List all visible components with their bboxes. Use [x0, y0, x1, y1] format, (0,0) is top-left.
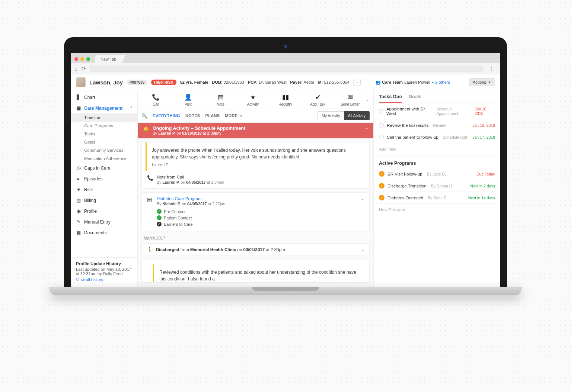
pcp: PCP: Dr. Sarah West: [248, 80, 287, 84]
ongoing-activity-alert[interactable]: 🔔 Ongoing Activity – Schedule Appointmen…: [138, 123, 373, 138]
task-row[interactable]: Review the lab results Review Jan 10, 20…: [374, 119, 500, 131]
sidebar-subitem-community-services[interactable]: Community Services: [71, 146, 137, 154]
episodes-icon: ▸: [76, 176, 81, 181]
sidebar-item-care-management[interactable]: ▣Care Management˄: [71, 103, 137, 113]
chevron-down-icon[interactable]: ⌄: [361, 196, 364, 200]
chevron-up-icon: ˄: [130, 106, 132, 110]
actions-scroll-right-icon[interactable]: ›: [367, 98, 371, 102]
call-note-entry[interactable]: 📞 Note from Call By Lauren P. on 04/05/2…: [142, 171, 369, 188]
sidebar-subitem-medication-adherence[interactable]: Medication Adherence: [71, 154, 137, 163]
address-bar[interactable]: [90, 65, 483, 72]
sidebar-item-profile[interactable]: ◉Profile: [71, 206, 137, 216]
browser-toolbar: ⌂ ⟳ ⋮: [71, 63, 500, 74]
action-call[interactable]: 📞Call: [140, 93, 172, 106]
chevron-down-icon[interactable]: ⌄: [361, 248, 364, 252]
quick-actions-row: 📞Call 👤Visit ▤Note ★Activity ▮▮Registry …: [138, 90, 373, 109]
profile-icon: ◉: [76, 208, 81, 214]
program-step: ✓Barriers to Care: [157, 221, 357, 227]
document-icon: ▤: [147, 196, 153, 202]
sidebar-item-episodes[interactable]: ▸Episodes: [71, 173, 137, 184]
right-column: Tasks Due Goals Appointment with Dr. Wes…: [374, 90, 500, 287]
filter-more[interactable]: MORE ▼: [225, 113, 243, 118]
care-team[interactable]: 👥 Care Team Lauren Powell + 2 others: [376, 80, 450, 85]
search-icon[interactable]: 🔍: [141, 113, 147, 119]
chevron-down-icon[interactable]: ⌄: [365, 126, 368, 130]
program-arrow-icon: ›: [379, 183, 385, 189]
patient-avatar[interactable]: [76, 77, 86, 87]
task-row[interactable]: Appointment with Dr. West Schedule Appoi…: [374, 103, 500, 119]
risk-badge: HIGH RISK: [151, 80, 176, 85]
action-visit[interactable]: 👤Visit: [172, 93, 204, 106]
patient-name: Lawson, Joy: [89, 79, 123, 86]
add-task-input[interactable]: Add Task: [374, 143, 500, 155]
sidebar-subitem-goals[interactable]: Goals: [71, 138, 137, 146]
action-registry[interactable]: ▮▮Registry: [269, 93, 301, 106]
home-icon[interactable]: ⌂: [74, 65, 78, 72]
discharge-entry[interactable]: 🚶 Discharged from Memorial Health Clinic…: [141, 243, 370, 256]
heart-icon: ♥: [76, 187, 81, 192]
toggle-all-activity[interactable]: All Activity: [344, 111, 370, 120]
window-close-icon[interactable]: [74, 57, 78, 61]
view-all-history-link[interactable]: View all history: [76, 277, 103, 282]
window-fullscreen-icon[interactable]: [86, 57, 90, 61]
caret-down-icon: ▼: [240, 115, 243, 118]
task-checkbox[interactable]: [379, 123, 384, 128]
reload-icon[interactable]: ⟳: [82, 65, 86, 72]
sidebar-subitem-tasks[interactable]: Tasks: [71, 130, 137, 138]
sidebar-item-billing[interactable]: ▤Billing: [71, 195, 137, 206]
documents-icon: ▦: [76, 230, 81, 235]
billing-icon: ▤: [76, 197, 81, 203]
task-row[interactable]: Call the patient to follow-up Schedule C…: [374, 131, 500, 143]
program-entry[interactable]: ▤ Diabetes Care Program By Nichole P. on…: [142, 193, 369, 231]
sidebar-item-manual-entry[interactable]: ✎Manual Entry: [71, 216, 137, 227]
main-column: 📞Call 👤Visit ▤Note ★Activity ▮▮Registry …: [138, 90, 374, 287]
phone-icon: 📞: [140, 93, 172, 101]
action-activity[interactable]: ★Activity: [237, 93, 269, 106]
sidebar-item-chart[interactable]: ▋Chart: [71, 92, 137, 103]
alert-byline: By Lauren P. on 01/10/2018 at 2:30pm: [153, 131, 245, 135]
program-row[interactable]: › ER Visit Follow-up By Jane D. Due Toda…: [374, 168, 500, 180]
header-expand-icon[interactable]: ⌄: [353, 79, 361, 86]
action-note[interactable]: ▤Note: [205, 93, 236, 106]
people-icon: 👥: [376, 80, 381, 85]
window-minimize-icon[interactable]: [80, 57, 84, 61]
browser-menu-icon[interactable]: ⋮: [487, 66, 497, 72]
pencil-icon: ✎: [76, 219, 81, 225]
tab-goals[interactable]: Goals: [409, 94, 422, 103]
patient-id-pill: P087636: [127, 80, 147, 85]
browser-tab-label: New Tab: [101, 57, 117, 61]
task-checkbox[interactable]: [379, 135, 384, 139]
program-row[interactable]: › Discharge Transition By Donna H. Next …: [374, 180, 500, 192]
action-send-letter[interactable]: ✉Send Letter: [334, 93, 366, 106]
phone-icon: 📞: [147, 175, 153, 181]
filter-plans[interactable]: PLANS: [205, 113, 220, 118]
walk-icon: 🚶: [147, 247, 152, 252]
new-program-input[interactable]: New Program: [374, 204, 500, 216]
sidebar-item-risk[interactable]: ♥Risk: [71, 184, 137, 195]
month-header: March 2017: [138, 231, 373, 242]
current-step-icon: ✓: [157, 222, 162, 226]
check-circle-icon: ✔: [302, 93, 334, 101]
toggle-my-activity[interactable]: My Activity: [318, 111, 344, 120]
person-icon: 👤: [172, 93, 204, 101]
sidebar-subitem-timeline[interactable]: Timeline: [71, 113, 137, 122]
action-add-task[interactable]: ✔Add Task: [302, 93, 334, 106]
tab-tasks-due[interactable]: Tasks Due: [379, 94, 402, 103]
sidebar-subitem-care-programs[interactable]: Care Programs: [71, 122, 137, 130]
patient-header: Lawson, Joy P087636 HIGH RISK 52 yrs, Fe…: [71, 74, 500, 90]
task-checkbox[interactable]: [379, 109, 383, 114]
program-row[interactable]: › Diabetes Outreach By Dane D. Next in 1…: [374, 192, 500, 204]
check-icon: ✓: [157, 215, 162, 220]
filter-notes[interactable]: NOTES: [185, 113, 200, 118]
sidebar: ▋Chart ▣Care Management˄ Timeline Care P…: [71, 90, 138, 287]
program-arrow-icon: ›: [379, 195, 385, 200]
activity-feed[interactable]: 🔔 Ongoing Activity – Schedule Appointmen…: [138, 123, 373, 287]
browser-tab[interactable]: New Tab: [95, 55, 122, 63]
actions-button[interactable]: Actions ▼: [469, 78, 495, 86]
activity-filter-row: 🔍 EVERYTHING NOTES PLANS MORE ▼ My Activ…: [138, 109, 373, 123]
sidebar-item-gaps-in-care[interactable]: ◷Gaps in Care: [71, 163, 137, 173]
laptop-camera: [284, 45, 287, 48]
sidebar-item-documents[interactable]: ▦Documents: [71, 227, 137, 238]
filter-everything[interactable]: EVERYTHING: [153, 113, 180, 118]
age-gender: 52 yrs, Female: [180, 80, 208, 84]
